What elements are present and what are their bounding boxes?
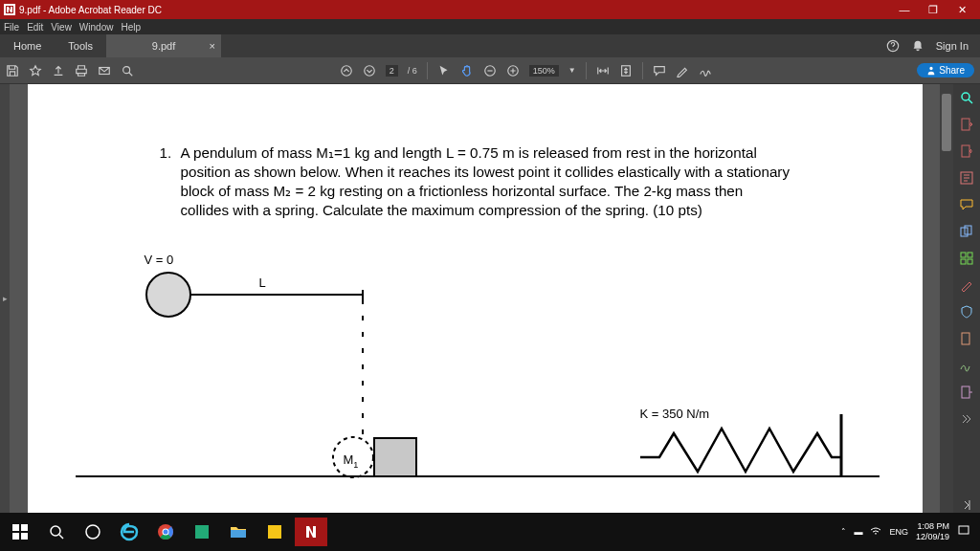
help-icon[interactable] (886, 39, 900, 53)
file-explorer-icon[interactable] (222, 518, 255, 546)
titlebar: 9.pdf - Adobe Acrobat Reader DC — ❐ ✕ (0, 0, 980, 19)
svg-rect-31 (21, 533, 28, 540)
hand-icon[interactable] (460, 64, 474, 77)
maximize-button[interactable]: ❐ (919, 4, 947, 16)
zoom-in-icon[interactable] (506, 64, 520, 77)
pen-icon[interactable] (676, 64, 689, 77)
search-icon[interactable] (121, 64, 134, 77)
comment-icon[interactable] (653, 64, 666, 77)
upload-icon[interactable] (52, 64, 65, 77)
pdf-page: 1. A pendulum of mass M₁=1 kg and length… (28, 84, 923, 513)
comment-tool-icon[interactable] (959, 197, 974, 212)
mail-icon[interactable] (98, 64, 111, 77)
acrobat-taskbar-icon[interactable] (295, 518, 327, 546)
tray-chevron-icon[interactable]: ˄ (841, 527, 846, 537)
fit-width-icon[interactable] (596, 64, 610, 77)
redact-icon[interactable] (959, 277, 974, 293)
language-indicator[interactable]: ENG (889, 527, 908, 537)
app1-icon[interactable] (186, 518, 218, 546)
save-icon[interactable] (6, 64, 19, 77)
svg-rect-28 (12, 524, 19, 531)
svg-point-16 (962, 93, 969, 100)
cortana-icon[interactable] (77, 518, 109, 546)
svg-point-2 (123, 66, 130, 73)
bell-icon[interactable] (911, 39, 924, 53)
zoom-out-icon[interactable] (483, 64, 497, 77)
menubar: File Edit View Window Help (0, 19, 980, 34)
sign-icon[interactable] (699, 64, 712, 77)
svg-point-12 (146, 273, 190, 317)
document-area[interactable]: 1. A pendulum of mass M₁=1 kg and length… (10, 84, 940, 513)
tab-tools[interactable]: Tools (55, 34, 106, 57)
fit-page-icon[interactable] (619, 64, 633, 77)
diagram (76, 256, 880, 505)
svg-point-13 (333, 437, 373, 477)
scroll-thumb[interactable] (942, 94, 951, 151)
export-pdf-icon[interactable] (959, 117, 974, 132)
svg-point-32 (51, 526, 60, 536)
app2-icon[interactable] (258, 518, 291, 546)
protect-icon[interactable] (959, 304, 974, 320)
page-up-icon[interactable] (340, 64, 353, 77)
print-icon[interactable] (75, 64, 88, 77)
minimize-button[interactable]: — (890, 4, 919, 15)
svg-rect-25 (968, 259, 972, 264)
close-tab-icon[interactable]: × (210, 40, 215, 52)
page-number-input[interactable]: 2 (386, 65, 398, 77)
zoom-dropdown-icon[interactable]: ▼ (568, 66, 576, 75)
tab-home[interactable]: Home (0, 34, 55, 57)
page-down-icon[interactable] (363, 64, 376, 77)
svg-rect-26 (962, 333, 969, 344)
svg-point-4 (364, 65, 374, 76)
svg-rect-30 (12, 533, 19, 540)
page-total: / 6 (408, 66, 417, 76)
organize-icon[interactable] (959, 251, 974, 266)
fill-sign-icon[interactable] (959, 358, 974, 373)
convert-icon[interactable] (959, 411, 974, 427)
svg-rect-29 (21, 524, 28, 531)
problem-text: 1. A pendulum of mass M₁=1 kg and length… (181, 143, 793, 220)
edge-icon[interactable] (113, 518, 145, 546)
svg-rect-42 (959, 526, 969, 534)
app-icon (4, 4, 15, 15)
svg-rect-40 (231, 530, 246, 538)
star-icon[interactable] (29, 64, 42, 77)
collapse-pane-icon[interactable] (959, 497, 974, 513)
menu-window[interactable]: Window (79, 22, 114, 33)
clock[interactable]: 1:08 PM 12/09/19 (916, 521, 949, 542)
close-window-button[interactable]: ✕ (947, 4, 976, 16)
window-title: 9.pdf - Adobe Acrobat Reader DC (19, 5, 162, 15)
menu-help[interactable]: Help (121, 22, 141, 33)
menu-edit[interactable]: Edit (27, 22, 43, 33)
nav-pane[interactable]: ▸ (0, 84, 10, 513)
scrollbar[interactable] (940, 84, 953, 513)
create-pdf-icon[interactable] (959, 143, 974, 159)
more-tools-icon[interactable] (959, 385, 974, 400)
sign-in-button[interactable]: Sign In (936, 40, 969, 52)
zoom-input[interactable]: 150% (529, 65, 559, 77)
svg-rect-39 (195, 525, 209, 539)
svg-rect-23 (968, 253, 972, 257)
battery-icon[interactable]: ▬ (854, 527, 862, 537)
menu-file[interactable]: File (4, 22, 19, 33)
system-tray[interactable]: ˄ ▬ ENG 1:08 PM 12/09/19 (841, 521, 976, 542)
taskbar: ˄ ▬ ENG 1:08 PM 12/09/19 (0, 513, 980, 551)
menu-view[interactable]: View (51, 22, 72, 33)
tab-document[interactable]: 9.pdf × (106, 34, 221, 57)
problem-number: 1. (160, 143, 172, 163)
combine-icon[interactable] (959, 224, 974, 239)
svg-point-3 (341, 65, 351, 76)
share-button[interactable]: Share (917, 63, 974, 77)
search-tool-icon[interactable] (959, 90, 974, 105)
svg-rect-27 (962, 386, 969, 398)
svg-rect-22 (961, 253, 966, 257)
wifi-icon[interactable] (870, 525, 881, 539)
edit-pdf-icon[interactable] (959, 170, 974, 186)
compress-icon[interactable] (959, 331, 974, 346)
start-button[interactable] (4, 518, 36, 546)
search-taskbar-icon[interactable] (40, 518, 73, 546)
notifications-icon[interactable] (957, 524, 970, 540)
svg-point-33 (86, 525, 100, 539)
pointer-icon[interactable] (437, 64, 451, 77)
chrome-icon[interactable] (149, 518, 182, 546)
